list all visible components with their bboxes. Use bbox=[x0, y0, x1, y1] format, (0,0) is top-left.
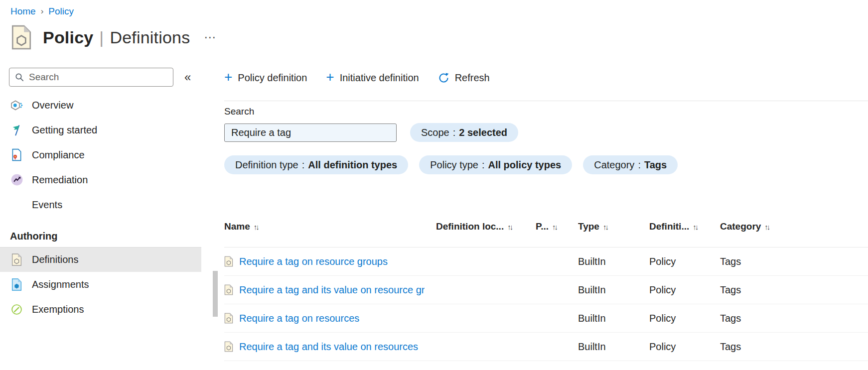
sidebar-item-exemptions[interactable]: Exemptions bbox=[0, 297, 201, 322]
command-label: Refresh bbox=[455, 72, 490, 84]
sidebar-item-definitions[interactable]: Definitions bbox=[0, 247, 201, 272]
plus-icon: + bbox=[224, 70, 232, 84]
refresh-icon bbox=[438, 72, 449, 84]
title-bar: Policy | Definitions ⋯ bbox=[0, 17, 868, 50]
definition-location-cell bbox=[436, 247, 536, 276]
pill-separator: : bbox=[482, 159, 485, 171]
initiative-definition-button[interactable]: + Initiative definition bbox=[326, 72, 419, 84]
overview-icon bbox=[10, 99, 23, 112]
sidebar-item-compliance[interactable]: Compliance bbox=[0, 142, 201, 167]
table-row[interactable]: Require a tag on resource groups BuiltIn… bbox=[224, 247, 868, 276]
sidebar-item-label: Events bbox=[32, 199, 62, 211]
sidebar-search-input[interactable] bbox=[29, 72, 168, 83]
plus-icon: + bbox=[326, 70, 334, 84]
category-cell: Tags bbox=[720, 276, 868, 304]
remediation-icon bbox=[10, 173, 23, 187]
search-label: Search bbox=[224, 106, 868, 117]
policy-definition-button[interactable]: + Policy definition bbox=[224, 72, 307, 84]
policy-definition-icon bbox=[224, 256, 233, 267]
sidebar-scrollbar-thumb[interactable] bbox=[213, 271, 218, 317]
definition-location-cell bbox=[436, 276, 536, 304]
policy-definition-icon bbox=[10, 253, 23, 266]
definition-name-link[interactable]: Require a tag on resource groups bbox=[239, 256, 388, 267]
compliance-icon bbox=[10, 148, 23, 162]
sidebar-item-overview[interactable]: Overview bbox=[0, 93, 201, 118]
pill-label: Policy type bbox=[430, 159, 478, 171]
table-row[interactable]: Require a tag and its value on resource … bbox=[224, 276, 868, 304]
sidebar: « Overview bbox=[0, 68, 218, 322]
pill-value: All policy types bbox=[488, 159, 562, 171]
table-row[interactable]: Require a tag and its value on resources… bbox=[224, 333, 868, 361]
column-header-name[interactable]: Name↑↓ bbox=[224, 199, 436, 247]
pill-label: Category bbox=[594, 159, 634, 171]
sidebar-item-events[interactable]: Events bbox=[0, 192, 201, 217]
category-cell: Tags bbox=[720, 333, 868, 361]
collapse-sidebar-button[interactable]: « bbox=[181, 69, 194, 85]
sidebar-item-remediation[interactable]: Remediation bbox=[0, 167, 201, 192]
pill-separator: : bbox=[453, 127, 456, 138]
column-label: Category bbox=[720, 221, 761, 232]
column-header-category[interactable]: Category↑↓ bbox=[720, 199, 868, 247]
type-cell: BuiltIn bbox=[578, 247, 649, 276]
sidebar-item-assignments[interactable]: Assignments bbox=[0, 272, 201, 297]
definition-location-cell bbox=[436, 333, 536, 361]
command-label: Policy definition bbox=[238, 72, 307, 84]
definition-type-filter-pill[interactable]: Definition type : All definition types bbox=[224, 155, 408, 174]
policy-definition-icon bbox=[224, 341, 233, 352]
column-label: Type bbox=[578, 221, 599, 232]
breadcrumb-policy-link[interactable]: Policy bbox=[48, 6, 74, 17]
filters-section: Search Scope : 2 selected Definition typ… bbox=[224, 106, 868, 174]
pill-separator: : bbox=[638, 159, 641, 171]
page-title-secondary: Definitions bbox=[110, 28, 190, 47]
page-title-separator: | bbox=[99, 28, 104, 47]
column-header-definition-location[interactable]: Definition loc...↑↓ bbox=[436, 199, 536, 247]
sidebar-item-label: Compliance bbox=[32, 149, 85, 161]
definition-name-link[interactable]: Require a tag and its value on resource … bbox=[239, 284, 425, 296]
policy-type-filter-pill[interactable]: Policy type : All policy types bbox=[419, 155, 572, 174]
policy-document-icon bbox=[11, 25, 32, 50]
column-label: P... bbox=[536, 221, 549, 232]
page-title: Policy | Definitions bbox=[43, 28, 190, 47]
pill-value: All definition types bbox=[308, 159, 397, 171]
type-cell: BuiltIn bbox=[578, 333, 649, 361]
definition-name-link[interactable]: Require a tag on resources bbox=[239, 313, 359, 324]
sidebar-item-label: Exemptions bbox=[32, 304, 84, 315]
policies-cell bbox=[536, 247, 578, 276]
assignments-icon bbox=[10, 278, 23, 291]
definition-type-cell: Policy bbox=[649, 304, 720, 333]
more-options-button[interactable]: ⋯ bbox=[201, 29, 219, 45]
category-cell: Tags bbox=[720, 247, 868, 276]
policies-cell bbox=[536, 333, 578, 361]
sidebar-item-label: Assignments bbox=[32, 279, 89, 290]
definition-location-cell bbox=[436, 304, 536, 333]
column-header-definition-type[interactable]: Definiti...↑↓ bbox=[649, 199, 720, 247]
search-icon bbox=[14, 72, 24, 82]
definition-name-link[interactable]: Require a tag and its value on resources bbox=[239, 341, 418, 353]
definition-search-input[interactable] bbox=[224, 123, 397, 142]
column-header-type[interactable]: Type↑↓ bbox=[578, 199, 649, 247]
command-bar: + Policy definition + Initiative definit… bbox=[224, 68, 868, 88]
scope-filter-pill[interactable]: Scope : 2 selected bbox=[410, 123, 518, 142]
sidebar-item-label: Remediation bbox=[32, 174, 88, 186]
page-title-primary: Policy bbox=[43, 28, 93, 47]
policies-cell bbox=[536, 304, 578, 333]
sort-icon: ↑↓ bbox=[254, 223, 258, 231]
sidebar-search-box[interactable] bbox=[9, 68, 173, 87]
column-label: Definition loc... bbox=[436, 221, 504, 232]
category-filter-pill[interactable]: Category : Tags bbox=[583, 155, 678, 174]
breadcrumb-home-link[interactable]: Home bbox=[10, 6, 36, 17]
type-cell: BuiltIn bbox=[578, 276, 649, 304]
sort-icon: ↑↓ bbox=[552, 223, 557, 231]
table-row[interactable]: Require a tag on resources BuiltIn Polic… bbox=[224, 304, 868, 333]
sidebar-section-authoring: Authoring bbox=[0, 225, 218, 247]
column-header-policies[interactable]: P...↑↓ bbox=[536, 199, 578, 247]
sort-icon: ↑↓ bbox=[764, 223, 769, 231]
sort-icon: ↑↓ bbox=[693, 223, 697, 231]
sort-icon: ↑↓ bbox=[603, 223, 607, 231]
sidebar-item-getting-started[interactable]: Getting started bbox=[0, 118, 201, 142]
definitions-table: Name↑↓ Definition loc...↑↓ P...↑↓ Type↑↓… bbox=[224, 199, 868, 361]
refresh-button[interactable]: Refresh bbox=[438, 72, 490, 84]
pill-label: Definition type bbox=[235, 159, 298, 171]
events-icon bbox=[10, 198, 23, 212]
breadcrumb: Home › Policy bbox=[0, 0, 868, 17]
